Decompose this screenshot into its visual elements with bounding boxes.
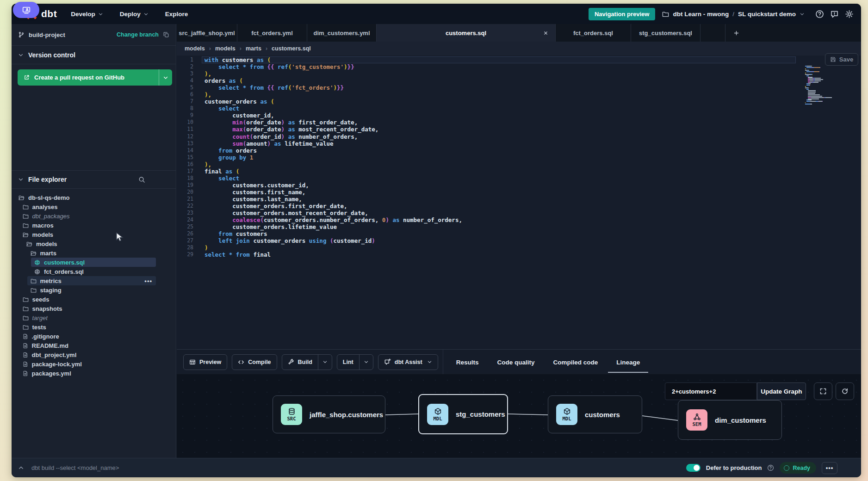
status-badge[interactable]: Ready (780, 462, 816, 474)
code-line[interactable]: 11 max(order_date) as most_recent_order_… (177, 126, 861, 133)
editor-tab-customers-sql[interactable]: customers.sql (377, 24, 556, 42)
code-line[interactable]: 21 customers.last_name, (177, 196, 861, 203)
code-line[interactable]: 1with customers as ( (177, 56, 861, 63)
lineage-node-dim-customers[interactable]: SEMdim_customers (678, 400, 782, 440)
code-line[interactable]: 25 customer_orders.lifetime_value (177, 223, 861, 230)
compile-button[interactable]: Compile (232, 354, 277, 370)
file-tree-item-snapshots[interactable]: snapshots (12, 304, 157, 313)
code-line[interactable]: 19 customers.customer_id, (177, 182, 861, 189)
editor-tab-fct-orders-sql[interactable]: fct_orders.sql (556, 24, 631, 42)
code-line[interactable]: 8 select (177, 105, 861, 112)
breadcrumb-item[interactable]: models (215, 45, 236, 52)
more-options-button[interactable]: ••• (822, 462, 837, 474)
code-line[interactable]: 7customer_orders as ( (177, 98, 861, 105)
code-line[interactable]: 22 customer_orders.first_order_date, (177, 203, 861, 210)
file-tree-item-readme-md[interactable]: README.md (12, 341, 157, 350)
lineage-node-stg-customers[interactable]: MDLstg_customers (418, 394, 508, 434)
code-line[interactable]: 18 select (177, 175, 861, 182)
code-line[interactable]: 13 sum(amount) as lifetime_value (177, 140, 861, 147)
code-line[interactable]: 4orders as ( (177, 77, 861, 84)
file-tree-item-package-lock-yml[interactable]: package-lock.yml (12, 359, 157, 369)
code-line[interactable]: 14 from orders (177, 147, 861, 154)
build-button[interactable]: Build (282, 355, 318, 370)
code-line[interactable]: 5 select * from {{ ref('fct_orders')}} (177, 84, 861, 91)
file-tree-item-target[interactable]: target (12, 313, 157, 322)
fullscreen-button[interactable] (814, 382, 832, 400)
code-editor[interactable]: 1with customers as (2 select * from {{ r… (177, 56, 861, 349)
code-line[interactable]: 16), (177, 161, 861, 168)
file-tree-item-customers-sql[interactable]: customers.sql (12, 258, 157, 267)
breadcrumb-item[interactable]: customers.sql (272, 45, 311, 52)
defer-help-icon[interactable] (767, 464, 774, 471)
close-tab-icon[interactable] (543, 31, 548, 36)
change-branch-link[interactable]: Change branch (117, 31, 159, 38)
refresh-button[interactable] (836, 382, 854, 400)
item-options-button[interactable]: ••• (144, 278, 152, 284)
file-tree-item-seeds[interactable]: seeds (12, 295, 157, 304)
panel-tab-code-quality[interactable]: Code quality (496, 351, 536, 373)
code-line[interactable]: 28) (177, 244, 861, 251)
code-line[interactable]: 17final as ( (177, 168, 861, 175)
nav-menu-develop[interactable]: Develop (71, 11, 103, 18)
code-line[interactable]: 15 group by 1 (177, 154, 861, 161)
file-tree-item-analyses[interactable]: analyses (12, 202, 157, 211)
lineage-node-jaffle-shop-customers[interactable]: SRCjaffle_shop.customers (273, 395, 385, 433)
file-tree-item-db-sl-qs-demo[interactable]: db-sl-qs-demo (12, 193, 157, 202)
code-line[interactable]: 6), (177, 91, 861, 98)
defer-toggle[interactable] (686, 464, 701, 472)
file-tree-item-macros[interactable]: macros (12, 221, 157, 230)
feedback-icon[interactable] (830, 10, 839, 18)
file-tree-item-dbt-packages[interactable]: dbt_packages (12, 211, 157, 221)
editor-tab-fct-orders-yml[interactable]: fct_orders.yml (237, 24, 307, 42)
code-line[interactable]: 2 select * from {{ ref('stg_customers')}… (177, 63, 861, 70)
file-tree-item-models[interactable]: models (12, 230, 157, 239)
file-tree-item-staging[interactable]: staging (12, 285, 157, 295)
file-tree-item-marts[interactable]: marts (12, 248, 157, 258)
code-line[interactable]: 24 coalesce(customer_orders.number_of_or… (177, 216, 861, 223)
expand-command-icon[interactable] (18, 465, 24, 471)
file-explorer-header[interactable]: File explorer (12, 170, 176, 189)
file-tree-item--gitignore[interactable]: .gitignore (12, 332, 157, 341)
lineage-node-customers[interactable]: MDLcustomers (548, 395, 642, 433)
dbt-assist-button[interactable]: dbt Assist (378, 354, 438, 370)
code-line[interactable]: 12 count(order_id) as number_of_orders, (177, 133, 861, 140)
file-tree-item-models[interactable]: models (12, 239, 157, 248)
file-tree-item-tests[interactable]: tests (12, 322, 157, 332)
code-line[interactable]: 26 from customers (177, 230, 861, 237)
minimap[interactable] (805, 66, 845, 105)
file-tree-item-fct-orders-sql[interactable]: fct_orders.sql (12, 267, 157, 276)
preview-button[interactable]: Preview (183, 354, 227, 370)
panel-tab-results[interactable]: Results (455, 351, 480, 373)
panel-tab-lineage[interactable]: Lineage (615, 351, 641, 373)
breadcrumb-item[interactable]: marts (246, 45, 261, 52)
save-button[interactable]: Save (825, 53, 858, 66)
editor-tab-stg-customers-sql[interactable]: stg_customers.sql (631, 24, 701, 42)
help-icon[interactable] (815, 10, 824, 18)
panel-tab-compiled-code[interactable]: Compiled code (552, 351, 599, 373)
code-line[interactable]: 10 min(order_date) as first_order_date, (177, 119, 861, 126)
nav-menu-deploy[interactable]: Deploy (120, 11, 149, 18)
build-dropdown[interactable] (318, 355, 332, 370)
create-pr-dropdown[interactable] (159, 69, 172, 86)
code-line[interactable]: 23 customer_orders.most_recent_order_dat… (177, 210, 861, 216)
lint-dropdown[interactable] (359, 355, 373, 370)
file-tree-item-packages-yml[interactable]: packages.yml (12, 369, 157, 378)
editor-tab-dim-customers-yml[interactable]: dim_customers.yml (307, 24, 377, 42)
settings-gear-icon[interactable] (845, 10, 854, 18)
code-line[interactable]: 3), (177, 70, 861, 77)
create-pr-button[interactable]: Create a pull request on GitHub (18, 69, 159, 86)
code-line[interactable]: 27 left join customer_orders using (cust… (177, 237, 861, 244)
lineage-selector-input[interactable]: 2+customers+2 (665, 382, 757, 400)
breadcrumb-item[interactable]: models (185, 45, 205, 52)
command-input[interactable]: dbt build --select <model_name> (31, 464, 119, 471)
update-graph-button[interactable]: Update Graph (757, 382, 806, 400)
new-tab-button[interactable] (725, 24, 747, 42)
code-line[interactable]: 20 customers.first_name, (177, 189, 861, 196)
nav-menu-explore[interactable]: Explore (165, 11, 188, 18)
project-breadcrumb[interactable]: dbt Learn - mwong / SL quickstart demo (662, 11, 805, 18)
editor-tab-src-jaffle-shop-yml[interactable]: src_jaffle_shop.yml (177, 24, 237, 42)
navigation-preview-button[interactable]: Navigation preview (589, 8, 655, 20)
file-tree-item-metrics[interactable]: metrics••• (12, 276, 157, 285)
lint-button[interactable]: Lint (337, 355, 359, 370)
code-line[interactable]: 9 customer_id, (177, 112, 861, 119)
